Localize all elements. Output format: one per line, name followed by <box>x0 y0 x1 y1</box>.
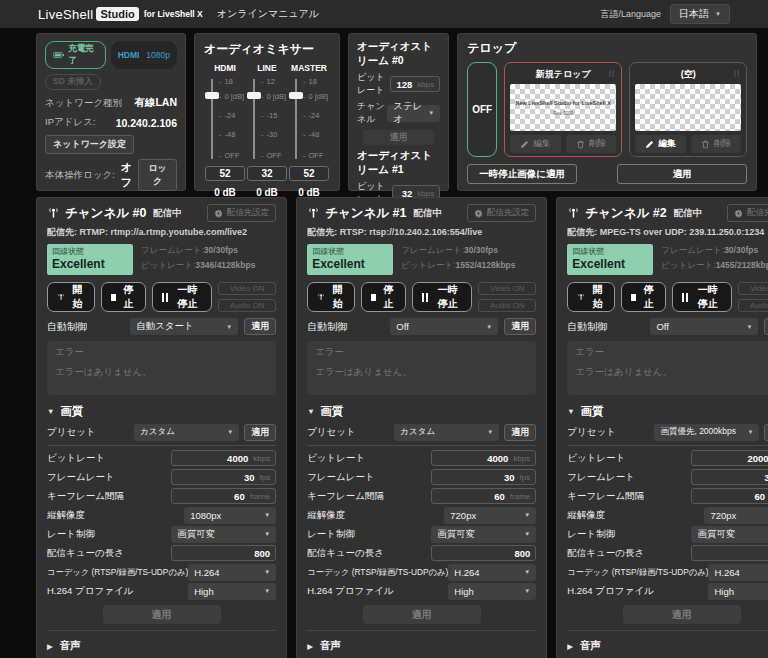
h264-profile-select[interactable]: High ▼ <box>448 583 536 600</box>
quality-section-header[interactable]: ▼ 画質 <box>307 404 536 419</box>
queue-length-input[interactable]: 800 <box>691 545 768 561</box>
error-title: エラー <box>55 346 268 359</box>
rate-control-select[interactable]: 画質可変 ▼ <box>691 526 768 543</box>
pause-button[interactable]: 一時停止 <box>152 282 212 312</box>
start-button[interactable]: 開始 <box>567 282 615 312</box>
volume-value-input[interactable]: 52 <box>289 166 329 181</box>
preset-select[interactable]: カスタム ▼ <box>134 424 239 441</box>
video-on-button[interactable]: Video ON <box>738 282 768 295</box>
quality-apply-button[interactable]: 適用 <box>103 605 221 624</box>
telop-delete-button[interactable]: 削除 <box>691 135 742 153</box>
telop-edit-button[interactable]: 編集 <box>635 135 686 153</box>
destination-settings-button[interactable]: 配信先設定 <box>727 204 768 222</box>
network-settings-button[interactable]: ネットワーク設定 <box>45 135 134 154</box>
online-manual-link[interactable]: オンラインマニュアル <box>217 7 319 21</box>
destination-settings-button[interactable]: 配信先設定 <box>207 204 277 222</box>
vertical-resolution-select[interactable]: 720px ▼ <box>444 507 536 524</box>
auto-apply-button[interactable]: 適用 <box>244 318 276 335</box>
audio-on-button[interactable]: Audio ON <box>218 299 276 312</box>
audio-section-header[interactable]: ▶ 音声 <box>307 637 536 655</box>
queue-length-input[interactable]: 800 <box>431 545 536 561</box>
slider-handle[interactable] <box>247 92 261 99</box>
preset-apply-button[interactable]: 適用 <box>504 424 536 441</box>
keyframe-interval-input[interactable]: 60 frame <box>171 488 276 504</box>
preset-select[interactable]: カスタム ▼ <box>394 424 499 441</box>
stream-apply-button[interactable]: 適用 <box>363 130 435 145</box>
apply-to-pause-image-button[interactable]: 一時停止画像に適用 <box>467 164 577 184</box>
slider-handle[interactable] <box>205 92 219 99</box>
volume-slider[interactable]: -18 -0 [dB] --24 --48 -OFF <box>204 77 246 161</box>
audio-section-header[interactable]: ▶ 音声 <box>567 637 768 655</box>
telop-edit-button[interactable]: 編集 <box>510 135 561 153</box>
quality-apply-button[interactable]: 適用 <box>363 605 481 624</box>
triangle-closed-icon: ▶ <box>307 642 313 651</box>
codec-select[interactable]: H.264 ▼ <box>708 564 768 581</box>
telop-card-empty[interactable]: (空) || 編集 削除 <box>629 62 747 157</box>
slider-handle[interactable] <box>289 92 303 99</box>
stop-button[interactable]: 停止 <box>621 282 666 312</box>
badge-row-2: SD 未挿入 <box>45 74 177 90</box>
stream-channel-select[interactable]: ステレオ ▼ <box>387 105 440 122</box>
telop-card-header: 新規テロップ || <box>510 66 616 84</box>
bitrate-input[interactable]: 4000 kbps <box>171 450 276 466</box>
pause-button[interactable]: 一時停止 <box>412 282 472 312</box>
lock-button[interactable]: ロック <box>138 159 177 191</box>
pause-button[interactable]: 一時停止 <box>672 282 732 312</box>
bitrate-input[interactable]: 2000 kbps <box>691 450 768 466</box>
start-button[interactable]: 開始 <box>47 282 95 312</box>
queue-length-input[interactable]: 800 <box>171 545 276 561</box>
vertical-resolution-select[interactable]: 720px ▼ <box>704 507 768 524</box>
audio-on-button[interactable]: Audio ON <box>738 299 768 312</box>
stop-button[interactable]: 停止 <box>101 282 146 312</box>
error-box: エラー エラーはありません。 <box>307 341 536 395</box>
stream-bitrate-input[interactable]: 128 kbps <box>390 76 440 92</box>
codec-select[interactable]: H.264 ▼ <box>188 564 276 581</box>
quality-section-header[interactable]: ▼ 画質 <box>47 404 276 419</box>
video-on-button[interactable]: Video ON <box>218 282 276 295</box>
h264-profile-select[interactable]: High ▼ <box>708 583 768 600</box>
quality-section-header[interactable]: ▼ 画質 <box>567 404 768 419</box>
auto-apply-button[interactable]: 適用 <box>764 318 768 335</box>
preset-apply-button[interactable]: 適用 <box>764 424 768 441</box>
volume-slider[interactable]: -12 -0 [dB] --15 --30 -OFF <box>246 77 288 161</box>
pause-icon <box>422 293 428 302</box>
error-box: エラー エラーはありません。 <box>47 341 276 395</box>
language-select[interactable]: 日本語 ▼ <box>670 4 730 24</box>
triangle-open-icon: ▼ <box>47 407 54 416</box>
telop-apply-button[interactable]: 適用 <box>617 164 747 184</box>
auto-control-select[interactable]: Off ▼ <box>650 318 758 335</box>
preset-select[interactable]: 画質優先, 2000kbps ▼ <box>654 424 759 441</box>
drag-handle-icon[interactable]: || <box>609 68 615 77</box>
audio-stream-0: オーディオストリーム #0 ビットレート 128 kbps チャンネル ステレオ… <box>357 40 440 145</box>
framerate-input[interactable]: 30 fps <box>691 469 768 485</box>
rate-control-select[interactable]: 画質可変 ▼ <box>171 526 276 543</box>
telop-off-toggle[interactable]: OFF <box>467 62 497 157</box>
destination-settings-button[interactable]: 配信先設定 <box>467 204 537 222</box>
auto-apply-button[interactable]: 適用 <box>504 318 536 335</box>
rate-control-select[interactable]: 画質可変 ▼ <box>431 526 536 543</box>
start-button[interactable]: 開始 <box>307 282 355 312</box>
video-on-button[interactable]: Video ON <box>478 282 536 295</box>
audio-section-header[interactable]: ▶ 音声 <box>47 637 276 655</box>
auto-control-select[interactable]: 自動スタート ▼ <box>130 318 238 335</box>
stream-title: オーディオストリーム #1 <box>357 149 440 177</box>
telop-card-new[interactable]: 新規テロップ || New LiveShell Studio for LiveS… <box>504 62 622 157</box>
preset-apply-button[interactable]: 適用 <box>244 424 276 441</box>
quality-apply-button[interactable]: 適用 <box>623 605 741 624</box>
auto-control-select[interactable]: Off ▼ <box>390 318 498 335</box>
volume-value-input[interactable]: 52 <box>205 166 245 181</box>
framerate-input[interactable]: 30 fps <box>431 469 536 485</box>
codec-select[interactable]: H.264 ▼ <box>448 564 536 581</box>
framerate-input[interactable]: 30 fps <box>171 469 276 485</box>
audio-on-button[interactable]: Audio ON <box>478 299 536 312</box>
vertical-resolution-select[interactable]: 1080px ▼ <box>184 507 276 524</box>
bitrate-input[interactable]: 4000 kbps <box>431 450 536 466</box>
keyframe-interval-input[interactable]: 60 frame <box>691 488 768 504</box>
keyframe-interval-input[interactable]: 60 frame <box>431 488 536 504</box>
stop-button[interactable]: 停止 <box>361 282 406 312</box>
volume-value-input[interactable]: 32 <box>247 166 287 181</box>
telop-delete-button[interactable]: 削除 <box>566 135 617 153</box>
drag-handle-icon[interactable]: || <box>734 68 740 77</box>
h264-profile-select[interactable]: High ▼ <box>188 583 276 600</box>
volume-slider[interactable]: -18 -0 [dB] --24 --48 -OFF <box>288 77 330 161</box>
